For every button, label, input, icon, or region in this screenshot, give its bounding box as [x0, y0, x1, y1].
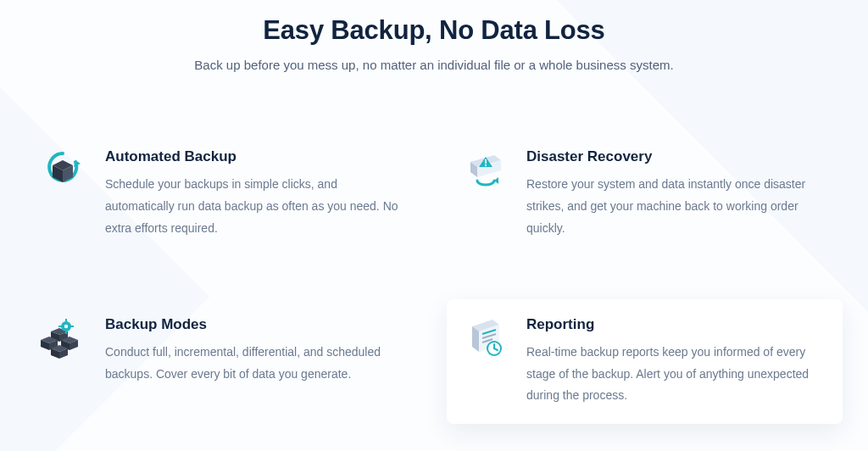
feature-disaster-recovery: Disaster Recovery Restore your system an… — [447, 131, 843, 257]
svg-rect-8 — [485, 159, 487, 164]
clipboard-clock-icon — [460, 315, 508, 362]
svg-rect-28 — [70, 326, 74, 327]
feature-backup-modes: Backup Modes Conduct full, incremental, … — [25, 299, 421, 425]
svg-rect-25 — [65, 319, 67, 322]
page-subtitle: Back up before you mess up, no matter an… — [24, 58, 844, 72]
monitor-alert-icon — [460, 147, 508, 194]
svg-marker-10 — [494, 177, 498, 184]
feature-title: Automated Backup — [105, 148, 404, 165]
feature-description: Real-time backup reports keep you inform… — [526, 342, 826, 408]
feature-description: Schedule your backups in simple clicks, … — [105, 174, 404, 240]
feature-title: Reporting — [526, 316, 826, 333]
feature-title: Backup Modes — [105, 316, 404, 333]
svg-rect-27 — [58, 326, 62, 327]
refresh-cube-icon — [39, 147, 86, 194]
svg-rect-26 — [65, 331, 67, 334]
svg-point-24 — [64, 324, 68, 327]
feature-description: Restore your system and data instantly o… — [526, 174, 826, 240]
feature-reporting: Reporting Real-time backup reports keep … — [447, 299, 843, 425]
feature-automated-backup: Automated Backup Schedule your backups i… — [25, 131, 421, 257]
svg-rect-9 — [485, 164, 487, 166]
feature-title: Disaster Recovery — [526, 148, 826, 165]
page-title: Easy Backup, No Data Loss — [24, 15, 844, 46]
blocks-gear-icon — [39, 315, 86, 362]
feature-grid: Automated Backup Schedule your backups i… — [24, 131, 844, 424]
feature-description: Conduct full, incremental, differential,… — [105, 342, 404, 386]
